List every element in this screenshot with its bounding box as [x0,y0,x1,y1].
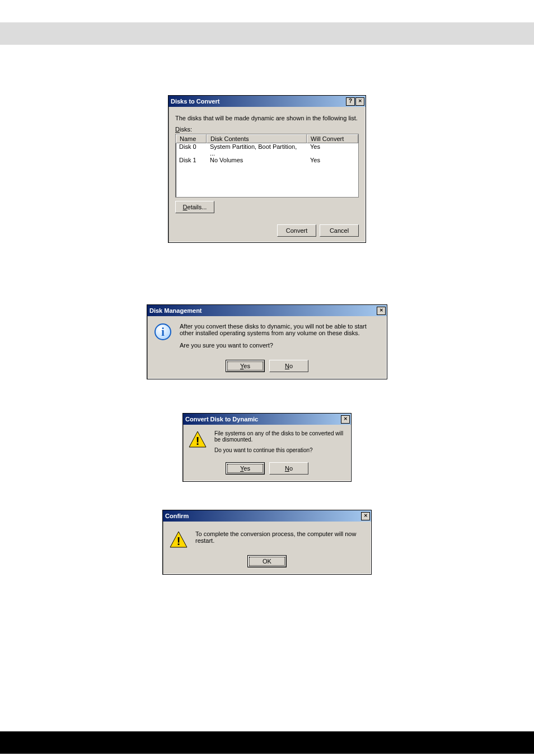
close-icon[interactable] [341,415,350,424]
titlebar: Convert Disk to Dynamic [183,414,351,425]
convert-button[interactable]: Convert [277,224,316,237]
page-header-bar [0,22,534,45]
cell-contents: No Volumes [207,157,307,163]
table-row[interactable]: Disk 0 System Partition, Boot Partition,… [176,143,358,157]
message-line-1: To complete the conversion process, the … [195,530,363,544]
window-title: Convert Disk to Dynamic [185,414,258,424]
no-button[interactable]: No [269,462,308,475]
table-row[interactable]: Disk 1 No Volumes Yes [176,157,358,163]
close-icon[interactable] [355,97,364,106]
warning-icon: ! [170,530,188,548]
disks-list-label: Disks: [175,126,359,133]
cell-name: Disk 0 [176,143,207,157]
svg-text:!: ! [177,535,181,547]
yes-button[interactable]: Yes [226,462,265,475]
col-header-contents[interactable]: Disk Contents [207,134,307,143]
close-icon[interactable] [377,307,386,315]
ok-button[interactable]: OK [247,555,287,567]
titlebar: Disks to Convert [168,96,366,107]
message-line-2: Do you want to continue this operation? [214,447,344,453]
disks-listview[interactable]: Name Disk Contents Will Convert Disk 0 S… [175,134,359,198]
message-line-1: File systems on any of the disks to be c… [214,430,344,443]
cell-contents: System Partition, Boot Partition, ... [207,143,307,157]
dialog-confirm-restart: Confirm ! To complete the conversion pro… [162,510,372,575]
dialog-disks-to-convert: Disks to Convert The disks that will be … [168,95,366,243]
col-header-willconvert[interactable]: Will Convert [307,134,358,143]
svg-text:!: ! [196,435,200,447]
dialog-description: The disks that will be made dynamic are … [175,115,359,121]
yes-button[interactable]: Yes [226,360,265,372]
col-header-name[interactable]: Name [176,134,207,143]
page-footer-bar [0,731,534,754]
dialog-disk-management-confirm: Disk Management After you convert these … [147,304,387,379]
dialog-convert-disk-dynamic: Convert Disk to Dynamic ! File systems o… [182,413,352,482]
cell-willconvert: Yes [307,157,358,163]
no-button[interactable]: No [269,360,308,372]
help-icon[interactable] [346,97,355,106]
cancel-button[interactable]: Cancel [320,224,359,237]
listview-headers: Name Disk Contents Will Convert [176,134,358,143]
message-line-1: After you convert these disks to dynamic… [180,323,379,336]
info-icon [154,323,172,341]
details-button[interactable]: Details... [175,201,214,213]
window-title: Disk Management [149,306,202,316]
close-icon[interactable] [361,512,370,520]
message-line-2: Are you sure you want to convert? [180,342,379,349]
titlebar: Confirm [163,510,371,522]
window-title: Disks to Convert [171,96,219,106]
cell-willconvert: Yes [307,143,358,157]
cell-name: Disk 1 [176,157,207,163]
window-title: Confirm [165,511,189,521]
warning-icon: ! [189,430,207,448]
titlebar: Disk Management [147,305,387,316]
